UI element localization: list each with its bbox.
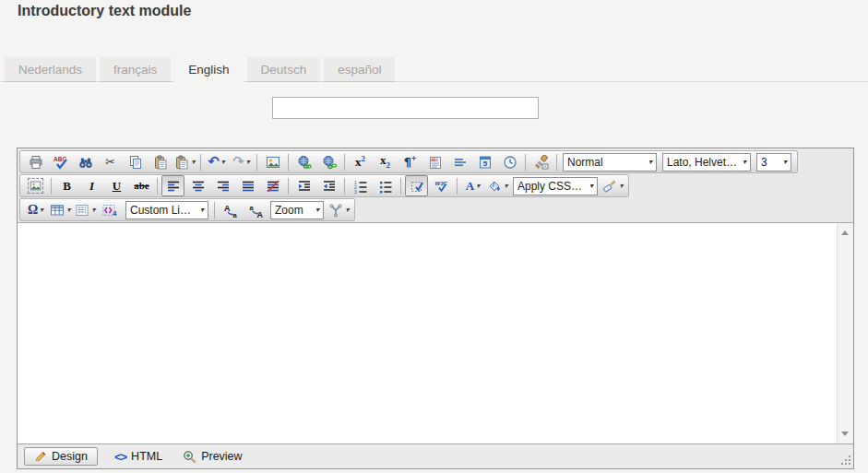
unlink-globe-icon bbox=[322, 155, 337, 170]
align-right-button[interactable] bbox=[211, 175, 234, 196]
language-tabs: Nederlands français English Deutsch espa… bbox=[5, 57, 395, 82]
svg-text:a: a bbox=[232, 210, 237, 218]
bullet-list-button[interactable] bbox=[374, 175, 397, 196]
tools-button[interactable]: ▾ bbox=[327, 199, 351, 220]
dropdown-arrow-icon[interactable]: ▾ bbox=[40, 207, 43, 214]
resize-grip[interactable] bbox=[840, 455, 850, 466]
subscript-button[interactable]: x2 bbox=[374, 151, 397, 172]
align-right-icon bbox=[216, 179, 231, 194]
toolbar-separator bbox=[200, 154, 201, 171]
editor-content-area[interactable] bbox=[18, 223, 838, 443]
image-icon bbox=[266, 155, 280, 170]
insert-paragraph-button[interactable]: ¶+ bbox=[398, 151, 422, 172]
bold-button[interactable]: B bbox=[55, 175, 78, 196]
dropdown-arrow-icon[interactable]: ▾ bbox=[476, 183, 480, 190]
tab-english[interactable]: English bbox=[174, 57, 243, 82]
dropdown-arrow-icon[interactable]: ▾ bbox=[191, 159, 195, 166]
align-left-button[interactable] bbox=[161, 175, 184, 196]
dropdown-arrow-icon[interactable]: ▾ bbox=[504, 183, 507, 190]
xhtml-validator-button[interactable]: W3C bbox=[430, 175, 453, 196]
link-manager-button[interactable] bbox=[292, 151, 315, 172]
horizontal-rule-button[interactable] bbox=[448, 151, 471, 172]
outdent-button[interactable] bbox=[317, 175, 340, 196]
svg-text:4: 4 bbox=[113, 209, 117, 218]
tab-deutsch[interactable]: Deutsch bbox=[247, 57, 321, 82]
justify-button[interactable] bbox=[236, 175, 259, 196]
strikethrough-button[interactable]: abe bbox=[130, 175, 153, 196]
find-replace-button[interactable] bbox=[74, 151, 97, 172]
snippet-doc-icon: abc bbox=[428, 155, 443, 170]
image-manager-button[interactable] bbox=[261, 151, 284, 172]
dropdown-arrow-icon[interactable]: ▾ bbox=[246, 159, 250, 166]
image-absolute-position-icon bbox=[28, 178, 43, 194]
scroll-up-arrow-icon[interactable] bbox=[841, 231, 849, 235]
paste-options-button[interactable]: ▾ bbox=[173, 151, 196, 172]
format-painter-button[interactable] bbox=[529, 151, 553, 172]
underline-icon: U bbox=[113, 180, 121, 192]
insert-time-button[interactable] bbox=[498, 151, 521, 172]
convert-uppercase-button[interactable]: aA bbox=[244, 199, 267, 220]
tab-francais[interactable]: français bbox=[100, 57, 171, 82]
undo-button[interactable]: ↶ ▾ bbox=[205, 151, 228, 172]
justify-icon bbox=[241, 179, 256, 194]
insert-snippet-button[interactable]: abc bbox=[423, 151, 446, 172]
form-element-icon bbox=[75, 203, 89, 218]
zoom-select[interactable]: Zoom ▾ bbox=[270, 201, 324, 219]
toolbar-separator bbox=[525, 154, 526, 171]
page-title: Introductory text module bbox=[18, 3, 191, 19]
paragraph-style-select[interactable]: Normal ▾ bbox=[563, 153, 657, 171]
mode-tab-preview[interactable]: Preview bbox=[183, 450, 242, 464]
align-center-button[interactable] bbox=[186, 175, 209, 196]
svg-text:5: 5 bbox=[482, 160, 487, 168]
dropdown-arrow-icon[interactable]: ▾ bbox=[91, 207, 95, 214]
mode-tab-design[interactable]: Design bbox=[24, 447, 98, 466]
insert-form-element-button[interactable]: ▾ bbox=[74, 199, 97, 220]
css-class-value: Apply CSS Cla... bbox=[517, 180, 585, 193]
show-borders-button[interactable] bbox=[405, 175, 428, 196]
paste-button[interactable] bbox=[149, 151, 172, 172]
print-button[interactable] bbox=[24, 151, 47, 172]
undo-icon: ↶ bbox=[208, 155, 220, 169]
editor-scrollbar[interactable] bbox=[837, 223, 853, 443]
title-input[interactable] bbox=[272, 97, 539, 119]
link-globe-icon bbox=[297, 155, 312, 170]
custom-links-select[interactable]: Custom Links ▾ bbox=[125, 201, 208, 219]
scissors-icon: ✂ bbox=[105, 156, 115, 168]
toolbar-separator bbox=[51, 178, 52, 195]
tab-espanol[interactable]: español bbox=[324, 57, 395, 82]
spell-check-button[interactable]: ABC bbox=[49, 151, 72, 172]
subscript-icon: x2 bbox=[380, 154, 390, 170]
insert-code-snippet-button[interactable]: 4 bbox=[99, 199, 122, 220]
background-color-button[interactable]: ▾ bbox=[486, 175, 509, 196]
format-stripper-button[interactable]: ▾ bbox=[601, 175, 624, 196]
superscript-button[interactable]: x2 bbox=[349, 151, 372, 172]
tab-nederlands[interactable]: Nederlands bbox=[5, 57, 96, 82]
indent-button[interactable] bbox=[292, 175, 315, 196]
mode-tab-html[interactable]: <> HTML bbox=[114, 450, 162, 464]
insert-date-button[interactable]: 5 bbox=[473, 151, 496, 172]
scroll-down-arrow-icon[interactable] bbox=[841, 432, 849, 436]
redo-button[interactable]: ↷ ▾ bbox=[230, 151, 253, 172]
italic-icon: I bbox=[89, 180, 94, 192]
copy-button[interactable] bbox=[124, 151, 147, 172]
convert-lowercase-button[interactable]: Aa bbox=[219, 199, 242, 220]
align-none-button[interactable] bbox=[261, 175, 284, 196]
insert-table-button[interactable]: ▾ bbox=[49, 199, 72, 220]
image-absolute-position-button[interactable] bbox=[24, 175, 47, 196]
dropdown-arrow-icon[interactable]: ▾ bbox=[66, 207, 70, 214]
remove-link-button[interactable] bbox=[317, 151, 340, 172]
dropdown-arrow-icon[interactable]: ▾ bbox=[619, 183, 623, 190]
insert-symbol-button[interactable]: Ω ▾ bbox=[24, 199, 47, 220]
underline-button[interactable]: U bbox=[105, 175, 128, 196]
css-class-select[interactable]: Apply CSS Cla... ▾ bbox=[513, 177, 598, 195]
font-size-select[interactable]: 3 ▾ bbox=[756, 153, 791, 171]
dropdown-arrow-icon[interactable]: ▾ bbox=[345, 207, 349, 214]
font-name-select[interactable]: Lato, Helvetic... ▾ bbox=[662, 153, 751, 171]
superscript-icon: x2 bbox=[355, 155, 365, 168]
cut-button[interactable]: ✂ bbox=[99, 151, 122, 172]
italic-button[interactable]: I bbox=[80, 175, 103, 196]
font-color-button[interactable]: A ▾ bbox=[461, 175, 484, 196]
dropdown-arrow-icon[interactable]: ▾ bbox=[221, 159, 225, 166]
numbered-list-button[interactable]: 123 bbox=[349, 175, 372, 196]
toolbar-separator bbox=[400, 178, 401, 195]
